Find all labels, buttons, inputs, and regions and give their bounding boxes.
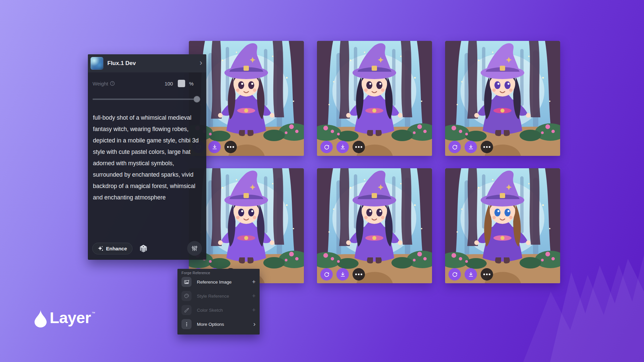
download-button[interactable]: [208, 141, 221, 153]
more-button[interactable]: [353, 268, 365, 281]
forge-item-label: Color Sketch: [197, 308, 252, 313]
advanced-settings-button[interactable]: [187, 241, 202, 256]
remix-button[interactable]: [448, 268, 461, 281]
remix-icon: [452, 272, 458, 278]
weight-slider[interactable]: [93, 96, 200, 103]
model-panel: Flux.1 Dev › Weight ? 100 % full-body sh…: [88, 54, 206, 260]
forge-item-label: More Options: [197, 322, 253, 327]
download-icon: [468, 272, 474, 278]
enhance-label: Enhance: [106, 246, 127, 251]
generated-image-2[interactable]: [317, 41, 432, 156]
witch-illustration: [445, 41, 560, 156]
download-icon: [468, 144, 474, 150]
dice-icon: [139, 244, 148, 253]
witch-illustration: [317, 168, 432, 283]
sparkle-icon: [98, 246, 103, 251]
dice-button[interactable]: [139, 244, 148, 253]
chevron-right-icon: ›: [200, 59, 202, 67]
canvas: Flux.1 Dev › Weight ? 100 % full-body sh…: [0, 0, 644, 362]
prompt-toolbar: Enhance: [92, 241, 202, 256]
plus-icon[interactable]: +: [252, 307, 256, 313]
download-icon: [340, 272, 346, 278]
more-options-icon: [181, 319, 192, 329]
ellipsis-icon: [483, 146, 490, 148]
forge-item-more-options[interactable]: More Options ›: [181, 317, 256, 331]
svg-text:?: ?: [112, 82, 113, 85]
ellipsis-icon: [355, 146, 362, 148]
witch-illustration: [445, 168, 560, 283]
download-icon: [340, 144, 346, 150]
weight-value: 100: [165, 81, 173, 86]
tune-sliders-icon: [191, 245, 198, 252]
model-selector[interactable]: Flux.1 Dev ›: [88, 54, 206, 72]
weight-row: Weight ? 100 %: [93, 80, 202, 87]
weight-unit-box[interactable]: [178, 80, 185, 87]
layer-logo: Layer ™: [34, 309, 95, 327]
download-button[interactable]: [465, 141, 477, 153]
forge-item-color-sketch[interactable]: Color Sketch +: [181, 303, 256, 317]
download-button[interactable]: [336, 141, 349, 153]
forge-item-label: Reference Image: [197, 280, 252, 285]
download-icon: [212, 144, 218, 150]
more-button[interactable]: [481, 141, 493, 153]
remix-button[interactable]: [320, 141, 333, 153]
slider-handle[interactable]: [194, 96, 200, 103]
droplet-icon: [34, 310, 47, 327]
color-sketch-icon: [181, 305, 192, 315]
weight-unit: %: [189, 81, 194, 86]
more-button[interactable]: [353, 141, 365, 153]
image-actions: [448, 268, 493, 281]
download-button[interactable]: [465, 268, 477, 281]
more-button[interactable]: [481, 268, 493, 281]
plus-icon[interactable]: +: [252, 279, 256, 285]
forge-item-style-reference[interactable]: Style Reference +: [181, 289, 256, 303]
style-reference-icon: [181, 291, 192, 301]
download-button[interactable]: [336, 268, 349, 281]
remix-button[interactable]: [320, 268, 333, 281]
brand-trademark: ™: [92, 311, 95, 315]
brand-name: Layer: [50, 309, 91, 326]
remix-button[interactable]: [448, 141, 461, 153]
reference-image-icon: [181, 277, 192, 287]
image-actions: [448, 141, 493, 153]
ellipsis-icon: [227, 146, 234, 148]
forge-panel-title: Forge Reference: [181, 271, 256, 275]
generated-image-6[interactable]: [445, 168, 560, 283]
forge-item-reference-image[interactable]: Reference Image +: [181, 275, 256, 289]
generated-image-5[interactable]: [317, 168, 432, 283]
prompt-input[interactable]: full-body shot of a whimsical medieval f…: [93, 112, 202, 238]
forge-item-label: Style Reference: [197, 294, 252, 299]
weight-label: Weight: [93, 81, 108, 86]
remix-icon: [452, 144, 458, 150]
chevron-right-icon[interactable]: ›: [253, 320, 256, 327]
ellipsis-icon: [483, 274, 490, 275]
more-button[interactable]: [224, 141, 237, 153]
enhance-button[interactable]: Enhance: [92, 243, 132, 254]
remix-icon: [324, 144, 330, 150]
info-icon: ?: [110, 81, 115, 86]
model-thumbnail: [91, 57, 103, 70]
witch-illustration: [317, 41, 432, 156]
image-actions: [320, 141, 365, 153]
plus-icon[interactable]: +: [252, 293, 256, 299]
generated-image-3[interactable]: [445, 41, 560, 156]
image-actions: [320, 268, 365, 281]
ellipsis-icon: [355, 274, 362, 275]
remix-icon: [324, 272, 330, 278]
forge-reference-panel: Forge Reference Reference Image + S: [177, 269, 260, 335]
model-name: Flux.1 Dev: [107, 60, 200, 67]
